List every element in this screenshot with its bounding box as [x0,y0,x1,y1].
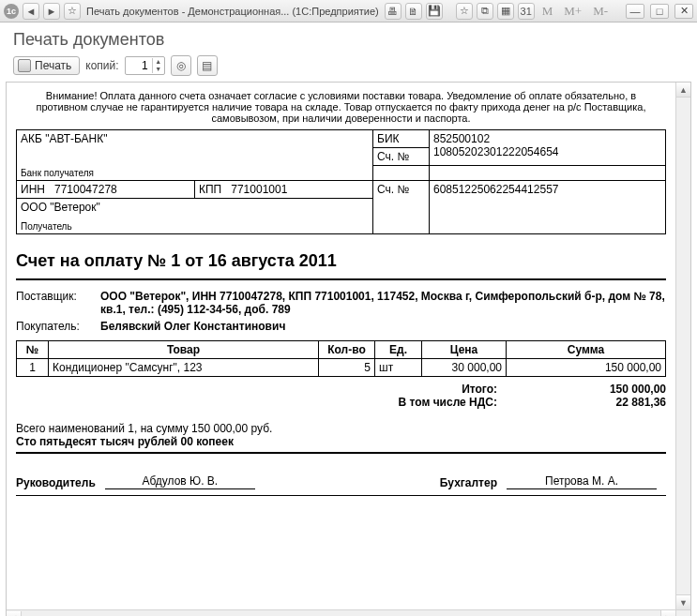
totals: Итого: 150 000,00 В том числе НДС: 22 88… [16,383,666,409]
cell-sum: 150 000,00 [507,358,666,376]
bank-account2: 60851225062254412557 [430,180,666,233]
supplier-label: Поставщик: [16,290,100,316]
scroll-corner [675,609,690,616]
print-button-label: Печать [35,59,71,72]
titlebar: 1c ◄ ► ☆ Печать документов - Демонстраци… [0,0,697,23]
buyer-label: Покупатель: [16,320,100,333]
col-sum: Сумма [507,340,666,358]
star-icon[interactable]: ☆ [64,3,81,20]
vat-value: 22 881,36 [535,396,666,409]
print-button[interactable]: Печать [13,56,80,75]
scroll-up-icon[interactable]: ▲ [676,83,690,98]
toolbar: Печать копий: ▲ ▼ ◎ ▤ [0,55,697,82]
account2-label: Сч. № [373,180,430,233]
head-label: Руководитель [16,476,96,489]
col-name: Товар [49,340,319,358]
divider [16,278,666,280]
vat-label: В том числе НДС: [16,396,535,409]
scroll-right-icon[interactable]: ► [660,610,675,616]
document-title: Счет на оплату № 1 от 16 августа 2011 [16,251,666,271]
bank-account1: 10805202301222054654 [433,145,661,158]
horizontal-scrollbar[interactable]: ◄ ► [7,609,675,616]
divider [16,452,666,454]
preview-button[interactable]: ◎ [171,55,191,76]
window-title: Печать документов - Демонстрационная... … [86,6,379,17]
payee-sub: Получатель [21,221,369,232]
head-name: Абдулов Ю. В. [105,474,255,489]
mem-m[interactable]: M [538,4,557,19]
document-scroll[interactable]: Внимание! Оплата данного счета означает … [7,83,675,609]
inn-label: ИНН [21,183,45,196]
calendar-icon[interactable]: 31 [518,3,535,20]
total-label: Итого: [16,383,535,396]
calc-icon[interactable]: ▦ [497,3,514,20]
nav-back-icon[interactable]: ◄ [23,3,39,20]
summary: Всего наименований 1, на сумму 150 000,0… [16,422,666,448]
document-area: Внимание! Оплата данного счета означает … [6,82,691,616]
supplier-row: Поставщик: ООО "Ветерок", ИНН 7710047278… [16,290,666,316]
cell-price: 30 000,00 [422,358,507,376]
bank-name: АКБ "АВТ-БАНК" [21,132,369,145]
col-price: Цена [422,340,507,358]
supplier-value: ООО "Ветерок", ИНН 7710047278, КПП 77100… [100,290,666,316]
cell-unit: шт [375,358,422,376]
summary-line2: Сто пятьдесят тысяч рублей 00 копеек [16,435,666,448]
acc-label: Бухгалтер [440,476,497,489]
spin-up-icon[interactable]: ▲ [153,58,164,66]
save-icon[interactable]: 💾 [426,3,443,20]
scroll-down-icon[interactable]: ▼ [676,594,690,609]
scroll-left-icon[interactable]: ◄ [7,611,22,617]
save-template-button[interactable]: ▤ [197,55,218,76]
vertical-scrollbar[interactable]: ▲ ▼ [675,83,690,609]
inn-value: 7710047278 [54,183,117,196]
bik-label: БИК [373,130,430,148]
copies-input[interactable] [126,59,152,72]
account1-label: Сч. № [373,148,430,166]
items-table: № Товар Кол-во Ед. Цена Сумма 1 Кондицио… [16,340,666,377]
cell-name: Кондиционер "Самсунг", 123 [49,358,319,376]
kpp-value: 771001001 [231,183,287,196]
spin-down-icon[interactable]: ▼ [153,66,164,73]
close-button[interactable]: ✕ [674,4,693,19]
col-unit: Ед. [375,340,422,358]
total-value: 150 000,00 [535,383,666,396]
fav-icon[interactable]: ☆ [456,3,473,20]
cell-qty: 5 [319,358,375,376]
kpp-label: КПП [199,183,221,196]
copies-spinbox[interactable]: ▲ ▼ [125,56,165,75]
divider [16,495,666,496]
payee-name: ООО "Ветерок" [21,201,369,214]
mem-mplus[interactable]: M+ [560,4,585,19]
history-icon[interactable]: ⧉ [477,3,493,20]
bank-sub: Банк получателя [21,168,369,178]
maximize-button[interactable]: □ [650,4,669,19]
minimize-button[interactable]: — [626,4,644,19]
table-row: 1 Кондиционер "Самсунг", 123 5 шт 30 000… [17,358,666,376]
signatures: Руководитель Абдулов Ю. В. Бухгалтер Пет… [16,474,666,489]
bik-value: 852500102 [433,132,661,145]
mem-mminus[interactable]: M- [589,4,612,19]
copies-label: копий: [85,59,118,72]
printer-icon [18,59,31,72]
app-icon: 1c [4,4,19,19]
acc-name: Петрова М. А. [507,474,657,489]
buyer-value: Белявский Олег Константинович [100,320,666,333]
items-header-row: № Товар Кол-во Ед. Цена Сумма [17,340,666,358]
nav-fwd-icon[interactable]: ► [43,3,60,20]
col-n: № [17,340,49,358]
notice-text: Внимание! Оплата данного счета означает … [16,88,666,129]
cell-n: 1 [17,358,49,376]
summary-line1: Всего наименований 1, на сумму 150 000,0… [16,422,666,435]
bank-table: АКБ "АВТ-БАНК" БИК 852500102 10805202301… [16,129,666,234]
copy-icon[interactable]: 🗎 [405,3,422,20]
buyer-row: Покупатель: Белявский Олег Константинови… [16,320,666,333]
page-title: Печать документов [0,23,697,55]
print-icon[interactable]: 🖶 [385,3,402,20]
col-qty: Кол-во [319,340,375,358]
